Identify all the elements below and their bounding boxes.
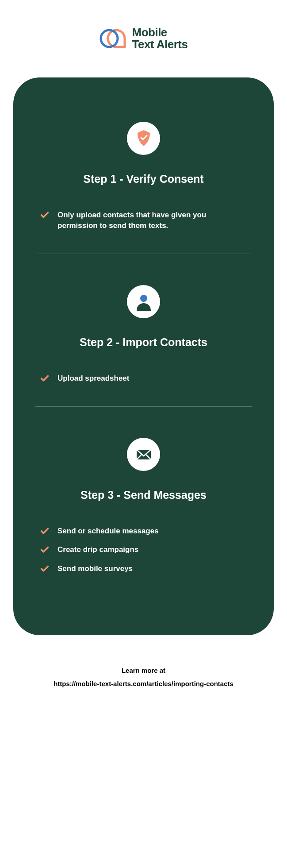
person-icon xyxy=(127,285,160,318)
step-2: Step 2 - Import Contacts Upload spreadsh… xyxy=(35,285,252,384)
step-1: Step 1 - Verify Consent Only upload cont… xyxy=(35,122,252,231)
svg-point-1 xyxy=(140,295,147,302)
check-icon xyxy=(40,374,50,383)
divider xyxy=(35,254,252,254)
step-3: Step 3 - Send Messages Send or schedule … xyxy=(35,438,252,575)
steps-card: Step 1 - Verify Consent Only upload cont… xyxy=(13,77,274,636)
brand-line1: Mobile xyxy=(132,27,188,39)
list-item: Send mobile surveys xyxy=(40,563,247,575)
bullet-text: Upload spreadsheet xyxy=(57,373,130,384)
list-item: Upload spreadsheet xyxy=(40,373,247,384)
bullet-text: Only upload contacts that have given you… xyxy=(57,210,247,231)
step-3-title: Step 3 - Send Messages xyxy=(35,489,252,502)
logo-text: Mobile Text Alerts xyxy=(132,27,188,51)
step-2-title: Step 2 - Import Contacts xyxy=(35,336,252,349)
divider xyxy=(35,406,252,407)
footer: Learn more at https://mobile-text-alerts… xyxy=(13,664,274,691)
check-icon xyxy=(40,210,50,220)
logo: Mobile Text Alerts xyxy=(13,27,274,51)
list-item: Send or schedule messages xyxy=(40,526,247,537)
check-icon xyxy=(40,526,50,536)
footer-line1: Learn more at xyxy=(13,664,274,677)
brand-line2: Text Alerts xyxy=(132,39,188,50)
shield-check-icon xyxy=(127,122,160,155)
step-1-title: Step 1 - Verify Consent xyxy=(35,173,252,185)
list-item: Create drip campaigns xyxy=(40,544,247,556)
check-icon xyxy=(40,564,50,574)
list-item: Only upload contacts that have given you… xyxy=(40,210,247,231)
bullet-text: Send or schedule messages xyxy=(57,526,159,537)
logo-icon xyxy=(99,28,126,49)
envelope-icon xyxy=(127,438,160,471)
check-icon xyxy=(40,545,50,555)
footer-line2: https://mobile-text-alerts.com/articles/… xyxy=(13,677,274,691)
bullet-text: Create drip campaigns xyxy=(57,544,138,556)
bullet-text: Send mobile surveys xyxy=(57,563,133,575)
